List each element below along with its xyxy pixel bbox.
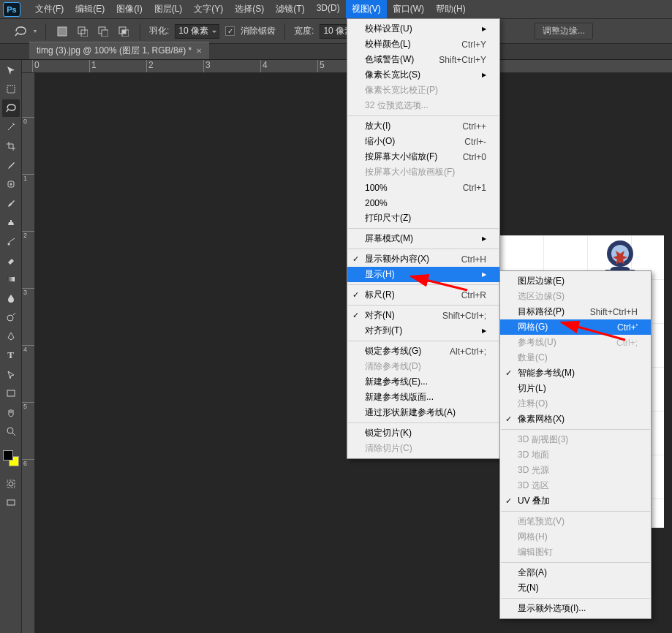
menu-item[interactable]: 校样颜色(L)Ctrl+Y (347, 37, 499, 52)
menu-item-label: 3D 光源 (518, 464, 549, 477)
menu-item[interactable]: 切片(L) (500, 381, 651, 396)
screen-mode-icon[interactable] (2, 494, 20, 512)
spot-heal-tool-icon[interactable] (2, 175, 20, 193)
menu-item[interactable]: 像素长宽比(S)▶ (347, 67, 499, 83)
check-icon: ✓ (505, 414, 512, 424)
antialias-checkbox[interactable]: ✓ (225, 26, 235, 36)
crop-tool-icon[interactable] (2, 137, 20, 155)
selection-subtract-icon[interactable] (96, 24, 110, 39)
menu-image[interactable]: 图像(I) (110, 0, 148, 18)
feather-input[interactable]: 10 像素 (175, 24, 219, 39)
menu-window[interactable]: 窗口(W) (387, 0, 430, 18)
magic-wand-tool-icon[interactable] (2, 118, 20, 136)
menu-shortcut: Ctrl+' (597, 322, 638, 333)
ruler-tick: 1 (89, 60, 97, 72)
menu-item-label: 放大(I) (365, 120, 390, 132)
refine-edge-button[interactable]: 调整边缘... (535, 23, 593, 39)
menu-item[interactable]: 校样设置(U)▶ (347, 21, 499, 37)
menu-item-label: 按屏幕大小缩放画板(F) (365, 166, 455, 178)
clone-stamp-tool-icon[interactable] (2, 213, 20, 231)
menu-filter[interactable]: 滤镜(T) (270, 0, 310, 18)
menu-item-label: 编辑图钉 (518, 546, 553, 558)
pen-tool-icon[interactable] (2, 327, 20, 345)
menu-item[interactable]: 200% (347, 195, 499, 211)
path-select-tool-icon[interactable] (2, 365, 20, 383)
menu-item[interactable]: 缩小(O)Ctrl+- (347, 134, 499, 149)
lasso-tool-icon[interactable] (2, 99, 20, 117)
menu-item[interactable]: 放大(I)Ctrl++ (347, 118, 499, 134)
menu-item[interactable]: 显示(H)▶ (347, 267, 499, 282)
menu-item[interactable]: 锁定参考线(G)Alt+Ctrl+; (347, 344, 499, 359)
rectangle-tool-icon[interactable] (2, 384, 20, 402)
menu-view[interactable]: 视图(V) (346, 0, 387, 18)
menu-item-label: 数量(C) (518, 352, 548, 364)
menu-layer[interactable]: 图层(L) (148, 0, 189, 18)
menu-item-label: 显示额外内容(X) (365, 253, 429, 265)
check-icon: ✓ (505, 368, 512, 378)
menu-item[interactable]: ✓标尺(R)Ctrl+R (347, 287, 499, 303)
menu-item[interactable]: 新建参考线(E)... (347, 374, 499, 390)
marquee-tool-icon[interactable] (2, 80, 20, 98)
menu-item-label: 网格(H) (518, 531, 548, 543)
menu-item-label: 缩小(O) (365, 135, 395, 148)
type-tool-icon[interactable]: T (2, 346, 20, 364)
ruler-tick: 3 (203, 60, 211, 72)
document-title: timg (3).jpg @ 100% (图层 1, RGB/8#) * (37, 45, 192, 57)
menu-item[interactable]: 无(N) (500, 580, 651, 596)
menu-item[interactable]: 色域警告(W)Shift+Ctrl+Y (347, 52, 499, 67)
menu-item[interactable]: 100%Ctrl+1 (347, 180, 499, 195)
menu-select[interactable]: 选择(S) (229, 0, 270, 18)
close-icon[interactable]: ✕ (196, 47, 202, 55)
menu-item[interactable]: 屏幕模式(M)▶ (347, 231, 499, 246)
hand-tool-icon[interactable] (2, 403, 20, 421)
menu-item-label: 对齐到(T) (365, 325, 402, 337)
check-icon: ✓ (352, 290, 359, 300)
feather-label: 羽化: (149, 25, 169, 37)
menu-shortcut: Ctrl+; (596, 338, 638, 348)
eyedropper-tool-icon[interactable] (2, 156, 20, 174)
menu-item[interactable]: 全部(A) (500, 565, 651, 580)
svg-rect-7 (122, 30, 126, 34)
menu-item[interactable]: 图层边缘(E) (500, 273, 651, 289)
dodge-tool-icon[interactable] (2, 308, 20, 326)
menu-item[interactable]: 打印尺寸(Z) (347, 211, 499, 226)
menu-item[interactable]: 按屏幕大小缩放(F)Ctrl+0 (347, 149, 499, 164)
menu-item[interactable]: ✓智能参考线(M) (500, 365, 651, 381)
menu-item[interactable]: ✓对齐(N)Shift+Ctrl+; (347, 308, 499, 323)
menu-item-label: 通过形状新建参考线(A) (365, 406, 456, 419)
menu-item[interactable]: 锁定切片(K) (347, 425, 499, 441)
menu-item[interactable]: 对齐到(T)▶ (347, 323, 499, 338)
menu-type[interactable]: 文字(Y) (188, 0, 229, 18)
menu-item[interactable]: 网格(G)Ctrl+' (500, 319, 651, 335)
move-tool-icon[interactable] (2, 61, 20, 79)
selection-new-icon[interactable] (55, 24, 69, 39)
document-tab[interactable]: timg (3).jpg @ 100% (图层 1, RGB/8#) * ✕ (29, 42, 209, 59)
color-swatches[interactable] (3, 450, 19, 466)
menu-threeD[interactable]: 3D(D) (311, 0, 346, 18)
history-brush-tool-icon[interactable] (2, 232, 20, 250)
ruler-tick: 0 (22, 117, 34, 125)
menu-shortcut: Ctrl+Y (441, 39, 486, 50)
gradient-tool-icon[interactable] (2, 270, 20, 288)
blur-tool-icon[interactable] (2, 289, 20, 307)
tools-panel: T (0, 60, 22, 633)
menu-help[interactable]: 帮助(H) (430, 0, 472, 18)
menu-item: 网格(H) (500, 529, 651, 545)
submenu-arrow-icon: ▶ (464, 72, 486, 78)
menu-item[interactable]: ✓显示额外内容(X)Ctrl+H (347, 251, 499, 267)
selection-intersect-icon[interactable] (116, 24, 131, 39)
quick-mask-icon[interactable] (2, 475, 20, 493)
menu-item[interactable]: ✓UV 叠加 (500, 493, 651, 509)
menu-edit[interactable]: 编辑(E) (69, 0, 110, 18)
brush-tool-icon[interactable] (2, 194, 20, 212)
eraser-tool-icon[interactable] (2, 251, 20, 269)
menu-item[interactable]: 通过形状新建参考线(A) (347, 405, 499, 420)
menu-shortcut: Shift+Ctrl+; (422, 311, 486, 321)
selection-add-icon[interactable] (75, 24, 90, 39)
menu-item[interactable]: ✓像素网格(X) (500, 412, 651, 427)
menu-file[interactable]: 文件(F) (29, 0, 69, 18)
menu-item[interactable]: 新建参考线版面... (347, 390, 499, 405)
zoom-tool-icon[interactable] (2, 422, 20, 440)
menu-item[interactable]: 目标路径(P)Shift+Ctrl+H (500, 304, 651, 319)
menu-item[interactable]: 显示额外选项(I)... (500, 601, 651, 616)
